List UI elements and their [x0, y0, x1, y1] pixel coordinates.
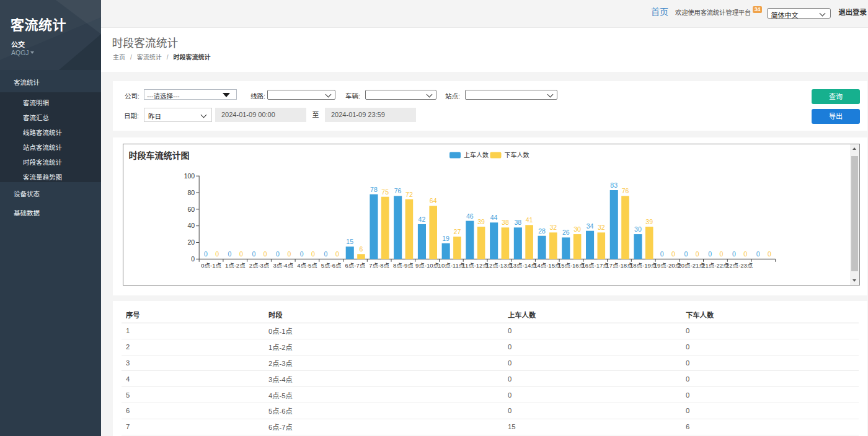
- svg-text:38: 38: [514, 219, 521, 226]
- svg-text:76: 76: [394, 187, 402, 194]
- svg-text:8点-9点: 8点-9点: [393, 262, 414, 269]
- svg-text:0: 0: [311, 250, 315, 258]
- svg-text:上车人数: 上车人数: [464, 151, 489, 159]
- svg-text:0: 0: [300, 250, 304, 258]
- svg-text:38: 38: [502, 219, 509, 226]
- svg-text:10点-11点: 10点-11点: [438, 262, 465, 269]
- svg-text:0: 0: [708, 250, 712, 258]
- svg-text:0: 0: [252, 250, 255, 258]
- svg-text:4点-5点: 4点-5点: [297, 262, 317, 269]
- svg-text:32: 32: [598, 224, 605, 231]
- svg-text:100: 100: [184, 172, 195, 180]
- svg-text:0: 0: [324, 250, 327, 258]
- svg-text:80: 80: [188, 189, 195, 196]
- svg-text:0: 0: [276, 250, 280, 258]
- svg-text:0点-1点: 0点-1点: [201, 262, 221, 269]
- svg-text:0: 0: [228, 250, 232, 258]
- svg-text:0: 0: [719, 250, 723, 258]
- svg-text:16点-17点: 16点-17点: [582, 262, 609, 269]
- svg-text:32: 32: [549, 224, 557, 231]
- svg-text:41: 41: [526, 216, 533, 224]
- svg-text:26: 26: [562, 229, 570, 236]
- svg-text:30: 30: [574, 225, 581, 233]
- svg-text:15: 15: [346, 238, 353, 245]
- svg-text:15点-16点: 15点-16点: [558, 262, 585, 269]
- svg-text:46: 46: [466, 212, 474, 220]
- svg-text:下车人数: 下车人数: [505, 151, 529, 159]
- svg-text:时段车流统计图: 时段车流统计图: [129, 150, 190, 160]
- svg-text:5点-6点: 5点-6点: [321, 262, 342, 269]
- svg-text:0: 0: [239, 250, 243, 258]
- svg-text:0: 0: [732, 250, 736, 258]
- svg-text:75: 75: [381, 188, 389, 196]
- svg-text:20: 20: [188, 238, 195, 246]
- svg-text:39: 39: [645, 218, 653, 225]
- svg-text:44: 44: [490, 214, 498, 221]
- svg-text:40: 40: [188, 222, 195, 229]
- svg-text:14点-15点: 14点-15点: [534, 262, 561, 269]
- svg-text:12点-13点: 12点-13点: [486, 262, 513, 269]
- svg-text:60: 60: [188, 206, 195, 213]
- svg-text:30: 30: [634, 225, 642, 233]
- svg-text:0: 0: [684, 250, 688, 258]
- svg-text:13点-14点: 13点-14点: [510, 262, 537, 269]
- svg-text:0: 0: [215, 250, 219, 258]
- svg-text:78: 78: [370, 186, 378, 193]
- svg-text:0: 0: [191, 255, 195, 263]
- svg-text:9点-10点: 9点-10点: [415, 262, 440, 269]
- svg-text:39: 39: [477, 218, 485, 225]
- svg-text:22点-23点: 22点-23点: [726, 262, 753, 269]
- svg-text:21点-22点: 21点-22点: [702, 262, 729, 269]
- svg-text:11点-12点: 11点-12点: [462, 262, 489, 269]
- svg-text:0: 0: [743, 250, 747, 258]
- svg-text:27: 27: [454, 228, 461, 235]
- svg-text:34: 34: [587, 222, 594, 230]
- svg-text:0: 0: [264, 250, 267, 258]
- svg-text:2点-3点: 2点-3点: [249, 262, 270, 269]
- svg-text:0: 0: [671, 250, 675, 258]
- svg-text:0: 0: [204, 250, 208, 258]
- svg-text:0: 0: [287, 250, 291, 258]
- svg-text:3点-4点: 3点-4点: [273, 262, 293, 269]
- svg-text:19点-20点: 19点-20点: [654, 262, 681, 269]
- svg-text:0: 0: [768, 250, 771, 258]
- svg-text:7点-8点: 7点-8点: [369, 262, 389, 269]
- svg-text:0: 0: [660, 250, 664, 258]
- svg-text:0: 0: [756, 250, 760, 258]
- svg-text:18点-19点: 18点-19点: [630, 262, 657, 269]
- svg-text:83: 83: [610, 181, 618, 189]
- svg-text:28: 28: [538, 227, 546, 235]
- svg-text:42: 42: [418, 216, 426, 223]
- svg-text:19: 19: [442, 235, 450, 242]
- svg-text:20点-21点: 20点-21点: [678, 262, 706, 269]
- svg-text:17点-18点: 17点-18点: [606, 262, 633, 269]
- svg-text:1点-2点: 1点-2点: [225, 262, 246, 269]
- svg-text:6点-7点: 6点-7点: [345, 262, 366, 269]
- svg-text:64: 64: [430, 197, 437, 204]
- svg-text:0: 0: [335, 250, 339, 258]
- svg-text:76: 76: [622, 187, 629, 194]
- svg-text:0: 0: [696, 250, 699, 258]
- svg-text:6: 6: [360, 245, 363, 253]
- svg-text:72: 72: [405, 191, 413, 198]
